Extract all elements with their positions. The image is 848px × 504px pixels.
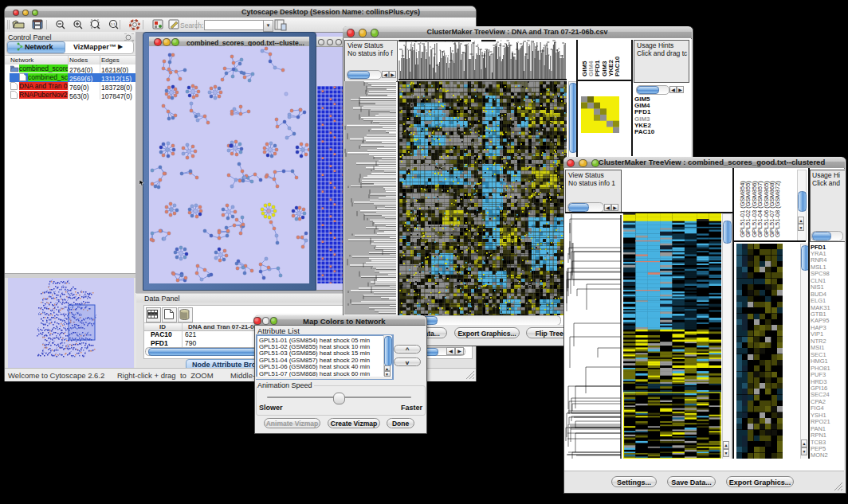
svg-text:1:1: 1:1 [111,22,116,26]
